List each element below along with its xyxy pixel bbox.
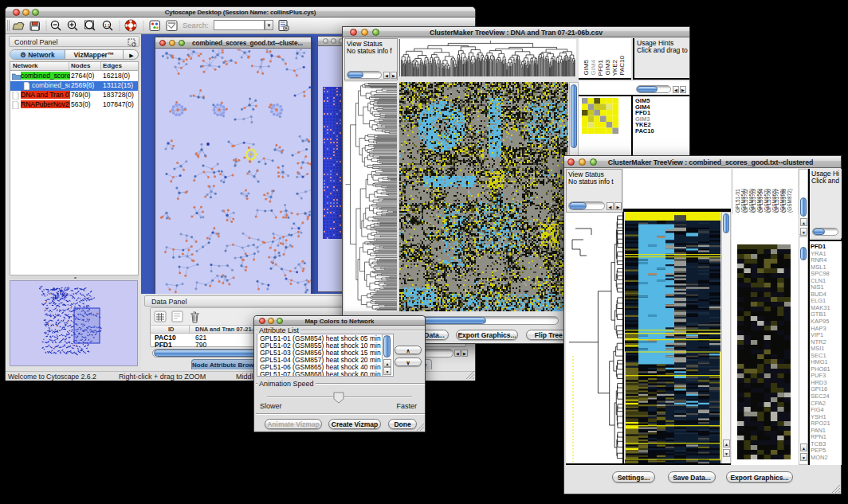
svg-text:1:1: 1:1 — [104, 23, 110, 28]
